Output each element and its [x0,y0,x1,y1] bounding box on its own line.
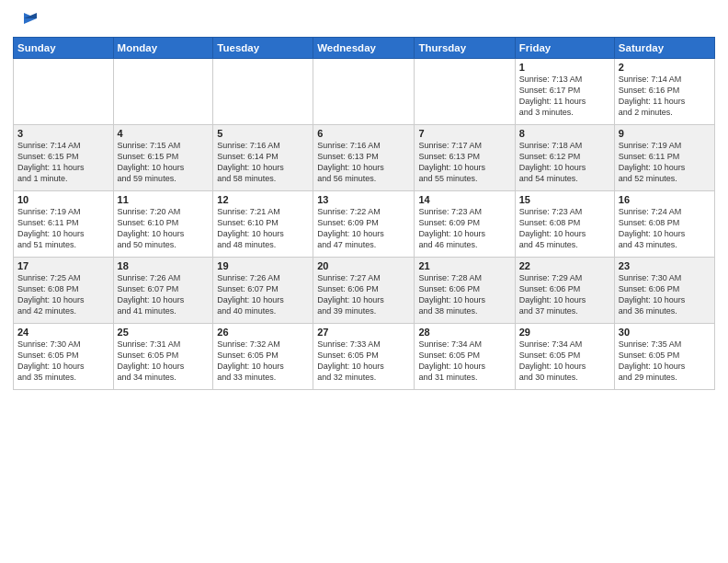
calendar-cell: 24Sunrise: 7:30 AM Sunset: 6:05 PM Dayli… [14,324,114,390]
day-number: 11 [118,194,210,205]
calendar-week-row: 10Sunrise: 7:19 AM Sunset: 6:11 PM Dayli… [14,191,715,258]
calendar-cell [213,59,313,125]
day-info: Sunrise: 7:29 AM Sunset: 6:06 PM Dayligh… [519,272,610,317]
day-number: 5 [217,128,309,139]
logo-icon [17,6,42,31]
day-info: Sunrise: 7:14 AM Sunset: 6:15 PM Dayligh… [17,140,109,185]
calendar-cell: 3Sunrise: 7:14 AM Sunset: 6:15 PM Daylig… [14,125,114,191]
day-number: 18 [118,260,210,271]
day-number: 16 [619,194,711,205]
day-number: 1 [519,62,610,73]
day-number: 22 [519,260,610,271]
logo [13,13,42,31]
calendar-cell: 28Sunrise: 7:34 AM Sunset: 6:05 PM Dayli… [415,324,515,390]
day-number: 23 [619,260,711,271]
calendar-cell: 16Sunrise: 7:24 AM Sunset: 6:08 PM Dayli… [614,191,714,258]
weekday-header: Sunday [14,38,114,59]
day-info: Sunrise: 7:31 AM Sunset: 6:05 PM Dayligh… [118,339,210,384]
weekday-header: Monday [113,38,213,59]
day-info: Sunrise: 7:34 AM Sunset: 6:05 PM Dayligh… [519,339,610,384]
calendar-cell: 2Sunrise: 7:14 AM Sunset: 6:16 PM Daylig… [614,59,714,125]
day-info: Sunrise: 7:26 AM Sunset: 6:07 PM Dayligh… [217,272,309,317]
calendar-cell: 9Sunrise: 7:19 AM Sunset: 6:11 PM Daylig… [614,125,714,191]
day-number: 27 [317,327,410,338]
calendar-cell: 13Sunrise: 7:22 AM Sunset: 6:09 PM Dayli… [313,191,415,258]
day-number: 19 [217,260,309,271]
calendar-cell: 27Sunrise: 7:33 AM Sunset: 6:05 PM Dayli… [313,324,415,390]
header [13,9,715,31]
day-number: 29 [519,327,610,338]
weekday-header: Thursday [415,38,515,59]
day-info: Sunrise: 7:22 AM Sunset: 6:09 PM Dayligh… [317,206,410,251]
day-number: 15 [519,194,610,205]
day-number: 20 [317,260,410,271]
day-info: Sunrise: 7:25 AM Sunset: 6:08 PM Dayligh… [17,272,109,317]
calendar-cell: 11Sunrise: 7:20 AM Sunset: 6:10 PM Dayli… [113,191,213,258]
calendar-cell [415,59,515,125]
calendar-cell: 1Sunrise: 7:13 AM Sunset: 6:17 PM Daylig… [515,59,614,125]
calendar-cell: 14Sunrise: 7:23 AM Sunset: 6:09 PM Dayli… [415,191,515,258]
calendar-header: SundayMondayTuesdayWednesdayThursdayFrid… [14,38,715,59]
day-number: 17 [17,260,109,271]
calendar-cell: 8Sunrise: 7:18 AM Sunset: 6:12 PM Daylig… [515,125,614,191]
day-number: 21 [418,260,510,271]
calendar-cell: 18Sunrise: 7:26 AM Sunset: 6:07 PM Dayli… [113,258,213,324]
calendar-body: 1Sunrise: 7:13 AM Sunset: 6:17 PM Daylig… [14,59,715,390]
calendar-cell: 17Sunrise: 7:25 AM Sunset: 6:08 PM Dayli… [14,258,114,324]
day-number: 7 [418,128,510,139]
calendar-cell: 15Sunrise: 7:23 AM Sunset: 6:08 PM Dayli… [515,191,614,258]
calendar-cell: 10Sunrise: 7:19 AM Sunset: 6:11 PM Dayli… [14,191,114,258]
day-info: Sunrise: 7:14 AM Sunset: 6:16 PM Dayligh… [619,74,711,119]
calendar-cell: 6Sunrise: 7:16 AM Sunset: 6:13 PM Daylig… [313,125,415,191]
page: SundayMondayTuesdayWednesdayThursdayFrid… [0,0,728,563]
day-info: Sunrise: 7:16 AM Sunset: 6:13 PM Dayligh… [317,140,410,185]
day-number: 8 [519,128,610,139]
calendar-cell [313,59,415,125]
calendar-cell: 26Sunrise: 7:32 AM Sunset: 6:05 PM Dayli… [213,324,313,390]
calendar-week-row: 24Sunrise: 7:30 AM Sunset: 6:05 PM Dayli… [14,324,715,390]
calendar-cell: 4Sunrise: 7:15 AM Sunset: 6:15 PM Daylig… [113,125,213,191]
day-info: Sunrise: 7:23 AM Sunset: 6:09 PM Dayligh… [418,206,510,251]
day-number: 9 [619,128,711,139]
day-info: Sunrise: 7:20 AM Sunset: 6:10 PM Dayligh… [118,206,210,251]
day-info: Sunrise: 7:30 AM Sunset: 6:05 PM Dayligh… [17,339,109,384]
calendar-cell [14,59,114,125]
day-info: Sunrise: 7:30 AM Sunset: 6:06 PM Dayligh… [619,272,711,317]
calendar-cell [113,59,213,125]
weekday-header: Tuesday [213,38,313,59]
day-info: Sunrise: 7:19 AM Sunset: 6:11 PM Dayligh… [17,206,109,251]
day-number: 28 [418,327,510,338]
day-number: 14 [418,194,510,205]
calendar-cell: 5Sunrise: 7:16 AM Sunset: 6:14 PM Daylig… [213,125,313,191]
day-info: Sunrise: 7:28 AM Sunset: 6:06 PM Dayligh… [418,272,510,317]
day-info: Sunrise: 7:17 AM Sunset: 6:13 PM Dayligh… [418,140,510,185]
day-info: Sunrise: 7:15 AM Sunset: 6:15 PM Dayligh… [118,140,210,185]
day-number: 6 [317,128,410,139]
calendar-cell: 29Sunrise: 7:34 AM Sunset: 6:05 PM Dayli… [515,324,614,390]
calendar-table: SundayMondayTuesdayWednesdayThursdayFrid… [13,37,715,390]
day-info: Sunrise: 7:33 AM Sunset: 6:05 PM Dayligh… [317,339,410,384]
day-info: Sunrise: 7:32 AM Sunset: 6:05 PM Dayligh… [217,339,309,384]
day-number: 13 [317,194,410,205]
day-number: 26 [217,327,309,338]
day-number: 4 [118,128,210,139]
day-info: Sunrise: 7:16 AM Sunset: 6:14 PM Dayligh… [217,140,309,185]
calendar-cell: 7Sunrise: 7:17 AM Sunset: 6:13 PM Daylig… [415,125,515,191]
calendar-cell: 12Sunrise: 7:21 AM Sunset: 6:10 PM Dayli… [213,191,313,258]
weekday-header: Saturday [614,38,714,59]
day-number: 25 [118,327,210,338]
calendar-cell: 20Sunrise: 7:27 AM Sunset: 6:06 PM Dayli… [313,258,415,324]
calendar-week-row: 17Sunrise: 7:25 AM Sunset: 6:08 PM Dayli… [14,258,715,324]
day-info: Sunrise: 7:21 AM Sunset: 6:10 PM Dayligh… [217,206,309,251]
day-info: Sunrise: 7:34 AM Sunset: 6:05 PM Dayligh… [418,339,510,384]
day-number: 2 [619,62,711,73]
day-number: 12 [217,194,309,205]
calendar-cell: 21Sunrise: 7:28 AM Sunset: 6:06 PM Dayli… [415,258,515,324]
day-number: 30 [619,327,711,338]
header-row: SundayMondayTuesdayWednesdayThursdayFrid… [14,38,715,59]
weekday-header: Wednesday [313,38,415,59]
day-info: Sunrise: 7:19 AM Sunset: 6:11 PM Dayligh… [619,140,711,185]
day-info: Sunrise: 7:23 AM Sunset: 6:08 PM Dayligh… [519,206,610,251]
day-info: Sunrise: 7:35 AM Sunset: 6:05 PM Dayligh… [619,339,711,384]
day-number: 3 [17,128,109,139]
